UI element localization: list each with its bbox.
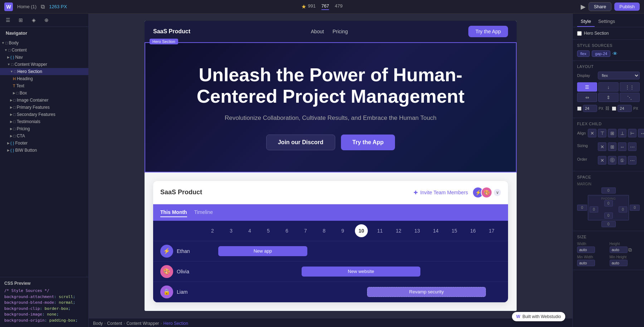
sizing-fit-btn[interactable]: ⊞ bbox=[608, 142, 616, 151]
margin-top-input[interactable] bbox=[601, 187, 616, 194]
align-bottom-btn[interactable]: ⊥ bbox=[618, 129, 626, 137]
layout-title: Layout bbox=[577, 64, 640, 69]
resize-icon[interactable]: ⧉ bbox=[628, 247, 632, 253]
flex-dir-row[interactable]: ☰ bbox=[577, 82, 597, 92]
task-bar-new-app[interactable]: New app bbox=[218, 246, 308, 256]
order-x-btn[interactable]: ✕ bbox=[598, 156, 606, 165]
nav-link-about[interactable]: About bbox=[311, 29, 324, 34]
date-3: 3 bbox=[225, 224, 238, 237]
publish-button[interactable]: Publish bbox=[614, 3, 640, 11]
flex-dir-col-arrow[interactable]: ↓ bbox=[598, 82, 618, 92]
nav-item-footer[interactable]: ▶ { } Footer bbox=[0, 140, 88, 147]
breadcrumb-hero-section[interactable]: Hero Section bbox=[164, 321, 188, 326]
tab-settings[interactable]: Settings bbox=[595, 16, 619, 27]
nav-item-cta[interactable]: ▶ □ CTA bbox=[0, 132, 88, 140]
min-width-input[interactable] bbox=[577, 260, 595, 266]
breakpoint-767[interactable]: 767 bbox=[321, 3, 329, 10]
min-width-field bbox=[577, 260, 608, 266]
nav-item-nav[interactable]: ▶ { } Nav bbox=[0, 54, 88, 61]
flex-dir-col[interactable]: ⋮⋮ bbox=[620, 82, 640, 92]
nav-item-content[interactable]: ▼ □ Content bbox=[0, 47, 88, 54]
padding-top-input[interactable] bbox=[604, 200, 613, 206]
nav-item-content-wrapper[interactable]: ▼ □ Content Wrapper bbox=[0, 61, 88, 68]
try-app-button[interactable]: Try the App bbox=[341, 135, 395, 150]
preview-button[interactable]: ▶ bbox=[581, 3, 586, 11]
duplicate-icon[interactable]: ⧉ bbox=[41, 4, 45, 10]
breakpoint-479[interactable]: 479 bbox=[335, 3, 343, 10]
breadcrumb-body[interactable]: Body bbox=[93, 321, 103, 326]
width-label: Width bbox=[577, 242, 608, 246]
canvas-frame: SaaS Product About Pricing Try the App H… bbox=[145, 21, 517, 311]
avatar-chevron[interactable]: ∨ bbox=[494, 189, 501, 196]
breadcrumb-content-wrapper[interactable]: Content Wrapper bbox=[126, 321, 159, 326]
nav-item-body[interactable]: ▼ □ Body bbox=[0, 39, 88, 47]
top-bar: W Home (1) ⧉ 1263 PX ★ 991 767 479 ▶ Sha… bbox=[0, 0, 644, 14]
eye-icon[interactable]: 👁 bbox=[613, 51, 618, 57]
flex-align-2[interactable]: ⇕ bbox=[598, 93, 618, 102]
order-more-btn[interactable]: ⋯ bbox=[628, 156, 636, 165]
align-top-btn[interactable]: ⊤ bbox=[598, 129, 606, 137]
margin-left-input[interactable] bbox=[577, 205, 587, 211]
sizing-buttons: ✕ ⊞ ↔ ⋯ bbox=[598, 142, 636, 151]
margin-bottom-input[interactable] bbox=[601, 221, 616, 227]
display-select[interactable]: flex block grid bbox=[598, 72, 640, 79]
task-bar-new-website[interactable]: New website bbox=[302, 267, 421, 277]
star-icon[interactable]: ★ bbox=[301, 3, 306, 10]
tab-timeline[interactable]: Timeline bbox=[194, 208, 213, 217]
nav-item-testimonials[interactable]: ▶ □ Testimonials bbox=[0, 118, 88, 125]
components-icon[interactable]: ◈ bbox=[29, 15, 39, 25]
nav-link-pricing[interactable]: Pricing bbox=[332, 29, 348, 34]
align-x-btn[interactable]: ✕ bbox=[588, 129, 596, 137]
px-unit-1: PX bbox=[599, 107, 603, 111]
breadcrumb-sep-2: › bbox=[123, 321, 125, 326]
gap-tag[interactable]: gap-24 bbox=[592, 50, 610, 57]
breakpoint-991[interactable]: 991 bbox=[308, 3, 316, 10]
order-0-btn[interactable]: ⓪ bbox=[608, 156, 616, 165]
order-1-btn[interactable]: ① bbox=[618, 156, 626, 165]
nav-item-primary-features[interactable]: ▶ □ Primary Features bbox=[0, 104, 88, 111]
sizing-x-btn[interactable]: ✕ bbox=[598, 142, 606, 151]
width-input[interactable] bbox=[577, 247, 595, 253]
align-stretch-btn[interactable]: ↔ bbox=[638, 129, 644, 137]
min-height-input[interactable] bbox=[610, 260, 628, 266]
nav-item-secondary-features[interactable]: ▶ □ Secondary Features bbox=[0, 111, 88, 118]
breadcrumb-content[interactable]: Content bbox=[107, 321, 122, 326]
margin-right-input[interactable] bbox=[630, 205, 640, 211]
sizing-more-btn[interactable]: ⋯ bbox=[628, 142, 636, 151]
invite-team-button[interactable]: ✚ Invite Team Members bbox=[414, 190, 468, 195]
flex-tag[interactable]: flex bbox=[577, 50, 590, 57]
nav-item-image-container[interactable]: ▶ □ Image Container bbox=[0, 97, 88, 104]
nav-item-text[interactable]: T Text bbox=[0, 82, 88, 89]
search-icon[interactable]: ⊕ bbox=[42, 15, 52, 25]
task-bar-revamp-security[interactable]: Revamp security bbox=[367, 287, 486, 297]
padding-left-inner[interactable] bbox=[590, 206, 598, 213]
tab-style[interactable]: Style bbox=[577, 16, 595, 27]
padding-left-input[interactable] bbox=[583, 105, 597, 112]
padding-right-inner[interactable] bbox=[619, 206, 627, 213]
nav-cta-button[interactable]: Try the App bbox=[468, 26, 508, 37]
sizing-fill-btn[interactable]: ↔ bbox=[618, 142, 626, 151]
flex-align-1[interactable]: ⇔ bbox=[577, 93, 597, 102]
flex-align-3[interactable]: ⋱ bbox=[620, 93, 640, 102]
nav-item-heading[interactable]: H Heading bbox=[0, 75, 88, 82]
padding-bottom-input[interactable] bbox=[604, 213, 613, 219]
nav-tree-icon[interactable]: ☰ bbox=[3, 15, 13, 25]
share-button[interactable]: Share bbox=[589, 2, 612, 11]
size-grid: Width Height ⧉ Min Width bbox=[577, 242, 640, 266]
built-with-badge[interactable]: W Built with Webstudio bbox=[512, 312, 565, 321]
nav-item-hero-section[interactable]: ▼ □ Hero Section bbox=[0, 68, 88, 75]
height-input[interactable] bbox=[610, 247, 628, 253]
align-right-btn[interactable]: ⊢ bbox=[628, 129, 636, 137]
nav-item-box[interactable]: ▶ □ Box bbox=[0, 89, 88, 97]
nav-item-pricing[interactable]: ▶ □ Pricing bbox=[0, 125, 88, 132]
date-8: 8 bbox=[318, 224, 331, 237]
pages-icon[interactable]: ⊞ bbox=[16, 15, 26, 25]
hero-checkbox-input[interactable] bbox=[577, 31, 582, 36]
padding-right-input[interactable] bbox=[618, 105, 632, 112]
discord-button[interactable]: Join our Discord bbox=[266, 135, 335, 150]
align-center-btn[interactable]: ⊞ bbox=[608, 129, 616, 137]
nav-item-biw-button[interactable]: ▶ { } BIW Button bbox=[0, 147, 88, 154]
tab-this-month[interactable]: This Month bbox=[160, 208, 187, 217]
link-icon[interactable]: ⛓ bbox=[605, 106, 610, 111]
home-tab[interactable]: Home (1) bbox=[17, 4, 36, 9]
